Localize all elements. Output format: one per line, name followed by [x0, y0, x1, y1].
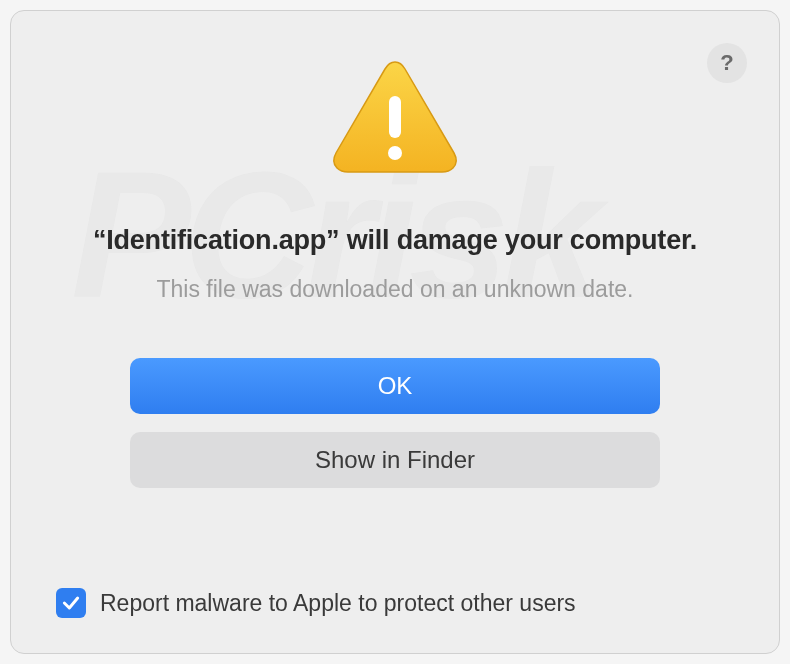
svg-point-1	[388, 146, 402, 160]
dialog-content: “Identification.app” will damage your co…	[61, 51, 729, 506]
svg-rect-0	[389, 96, 401, 138]
alert-title: “Identification.app” will damage your co…	[93, 225, 697, 256]
checkmark-icon	[61, 593, 81, 613]
warning-icon	[330, 56, 460, 180]
report-row: Report malware to Apple to protect other…	[56, 588, 576, 618]
alert-dialog: PCrisk ? “Identification.app” will damag…	[10, 10, 780, 654]
alert-subtitle: This file was downloaded on an unknown d…	[157, 276, 634, 303]
report-checkbox[interactable]	[56, 588, 86, 618]
report-label: Report malware to Apple to protect other…	[100, 590, 576, 617]
ok-button[interactable]: OK	[130, 358, 660, 414]
show-in-finder-button[interactable]: Show in Finder	[130, 432, 660, 488]
